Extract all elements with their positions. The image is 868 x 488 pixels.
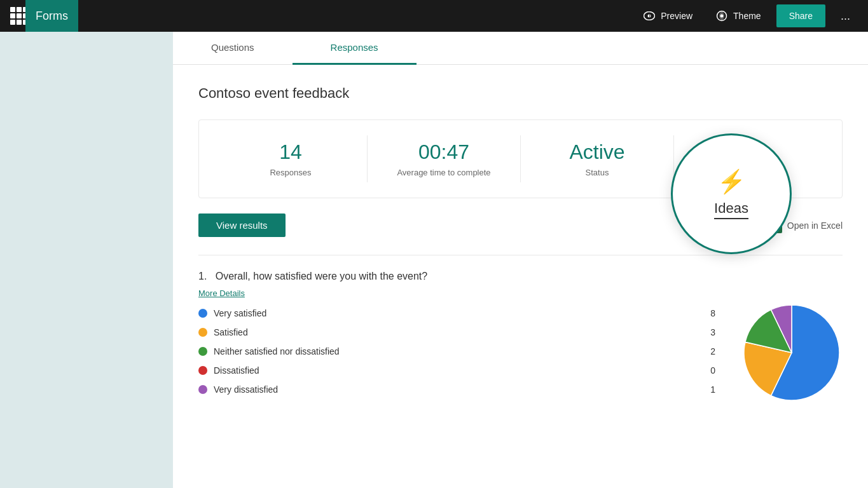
- answer-text: Satisfied: [214, 327, 699, 337]
- answer-row: Satisfied 3: [198, 327, 715, 337]
- answer-dot: [198, 347, 207, 356]
- question-text: Overall, how satisfied were you with the…: [216, 271, 428, 281]
- stat-responses: 14 Responses: [214, 135, 368, 182]
- form-title: Contoso event feedback: [198, 85, 843, 102]
- stat-status: Active Status: [521, 135, 674, 182]
- view-results-button[interactable]: View results: [198, 214, 286, 237]
- svg-point-3: [720, 15, 724, 18]
- more-details-link[interactable]: More Details: [198, 288, 245, 298]
- more-icon: ...: [841, 10, 850, 22]
- stat-responses-value: 14: [214, 140, 367, 164]
- theme-button[interactable]: Theme: [708, 0, 769, 32]
- answer-count: 2: [705, 346, 715, 356]
- tab-questions[interactable]: Questions: [173, 32, 293, 65]
- answer-count: 8: [705, 308, 715, 318]
- stat-avg-time: 00:47 Average time to complete: [368, 135, 521, 182]
- theme-icon: [715, 10, 728, 22]
- stat-avg-time-label: Average time to complete: [368, 168, 520, 177]
- answer-text: Dissatisfied: [214, 365, 699, 376]
- question-1-title: 1. Overall, how satisfied were you with …: [198, 271, 843, 282]
- open-excel-label: Open in Excel: [787, 220, 843, 231]
- answer-dot: [198, 366, 207, 375]
- answer-dot: [198, 385, 207, 394]
- answer-dot: [198, 328, 207, 337]
- ideas-popup: ⚡ Ideas: [671, 133, 792, 254]
- stat-status-label: Status: [521, 168, 673, 177]
- stat-status-value: Active: [521, 140, 673, 164]
- share-button[interactable]: Share: [776, 4, 825, 27]
- answer-row: Very satisfied 8: [198, 308, 715, 318]
- app-title: Forms: [25, 0, 78, 32]
- answer-count: 0: [705, 365, 715, 376]
- main-area: Questions Responses Contoso event feedba…: [0, 32, 868, 488]
- answers-chart: Very satisfied 8 Satisfied 3 Neither sat…: [198, 308, 843, 403]
- pie-chart: [741, 302, 843, 403]
- tab-responses[interactable]: Responses: [293, 32, 417, 65]
- answer-text: Neither satisfied nor dissatisfied: [214, 346, 699, 356]
- stat-responses-label: Responses: [214, 168, 367, 177]
- more-options-button[interactable]: ...: [833, 0, 858, 32]
- ideas-popup-label: Ideas: [714, 200, 748, 219]
- stat-avg-time-value: 00:47: [368, 140, 520, 164]
- answer-row: Very dissatisfied 1: [198, 384, 715, 395]
- answer-dot: [198, 309, 207, 318]
- answers-list: Very satisfied 8 Satisfied 3 Neither sat…: [198, 308, 715, 403]
- ideas-lightning-icon: ⚡: [717, 168, 746, 195]
- preview-label: Preview: [661, 11, 692, 21]
- top-navigation: Forms Preview Theme Share ...: [0, 0, 868, 32]
- content-panel: Questions Responses Contoso event feedba…: [173, 32, 868, 488]
- share-label: Share: [789, 11, 813, 21]
- tabs-bar: Questions Responses: [173, 32, 868, 65]
- answer-text: Very satisfied: [214, 308, 699, 318]
- answer-text: Very dissatisfied: [214, 384, 699, 395]
- answer-row: Dissatisfied 0: [198, 365, 715, 376]
- question-number: 1.: [198, 271, 207, 281]
- sidebar: [0, 32, 173, 488]
- answer-count: 3: [705, 327, 715, 337]
- answer-count: 1: [705, 384, 715, 395]
- question-1-section: 1. Overall, how satisfied were you with …: [198, 255, 843, 403]
- theme-label: Theme: [733, 11, 761, 21]
- preview-icon: [643, 10, 656, 22]
- preview-button[interactable]: Preview: [635, 0, 700, 32]
- answer-row: Neither satisfied nor dissatisfied 2: [198, 346, 715, 356]
